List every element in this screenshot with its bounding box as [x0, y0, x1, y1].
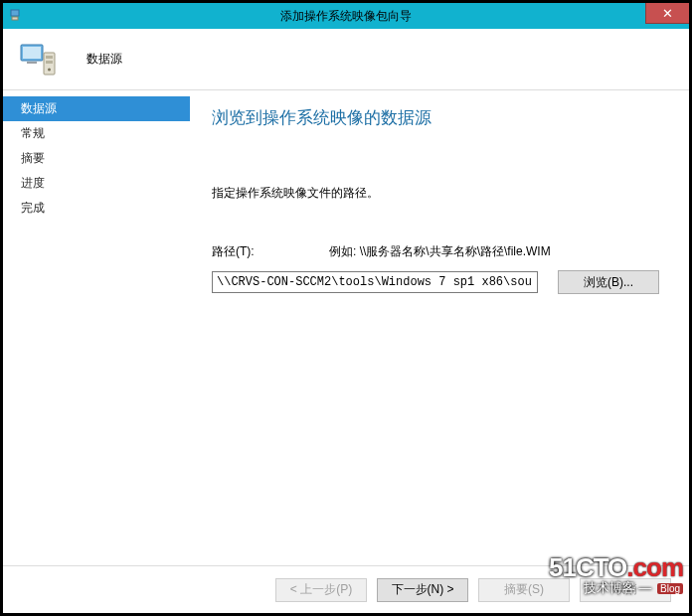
nav-item-progress[interactable]: 进度 [3, 171, 190, 196]
svg-rect-4 [27, 62, 37, 64]
svg-rect-6 [46, 56, 53, 59]
wizard-footer: < 上一步(P) 下一步(N) > 摘要(S) 取消 [3, 565, 689, 613]
cancel-button[interactable]: 取消 [580, 578, 671, 602]
nav-item-general[interactable]: 常规 [3, 121, 190, 146]
svg-rect-3 [23, 47, 41, 59]
title-bar: 添加操作系统映像包向导 ✕ [3, 3, 689, 29]
nav-item-data-source[interactable]: 数据源 [3, 96, 190, 121]
path-label: 路径(T): [212, 243, 329, 260]
content-pane: 浏览到操作系统映像的数据源 指定操作系统映像文件的路径。 路径(T): 例如: … [190, 90, 689, 565]
path-input[interactable] [212, 271, 538, 293]
svg-point-8 [48, 68, 51, 71]
page-title: 浏览到操作系统映像的数据源 [212, 106, 667, 129]
summary-button: 摘要(S) [478, 578, 570, 602]
prev-button: < 上一步(P) [275, 578, 367, 602]
wizard-body: 数据源 常规 摘要 进度 完成 浏览到操作系统映像的数据源 指定操作系统映像文件… [3, 90, 689, 565]
path-label-row: 路径(T): 例如: \\服务器名称\共享名称\路径\file.WIM [212, 243, 667, 260]
browse-button[interactable]: 浏览(B)... [558, 270, 659, 294]
path-example: 例如: \\服务器名称\共享名称\路径\file.WIM [329, 243, 551, 260]
window-title: 添加操作系统映像包向导 [3, 8, 689, 25]
wizard-header: 数据源 [3, 29, 689, 90]
next-button[interactable]: 下一步(N) > [377, 578, 468, 602]
header-subtitle: 数据源 [86, 51, 122, 68]
computer-icon [17, 39, 59, 80]
nav-item-summary[interactable]: 摘要 [3, 146, 190, 171]
nav-sidebar: 数据源 常规 摘要 进度 完成 [3, 90, 190, 565]
path-input-row: 浏览(B)... [212, 270, 667, 294]
nav-item-complete[interactable]: 完成 [3, 196, 190, 221]
svg-rect-7 [46, 61, 53, 64]
instruction-text: 指定操作系统映像文件的路径。 [212, 185, 667, 202]
close-button[interactable]: ✕ [645, 3, 689, 24]
